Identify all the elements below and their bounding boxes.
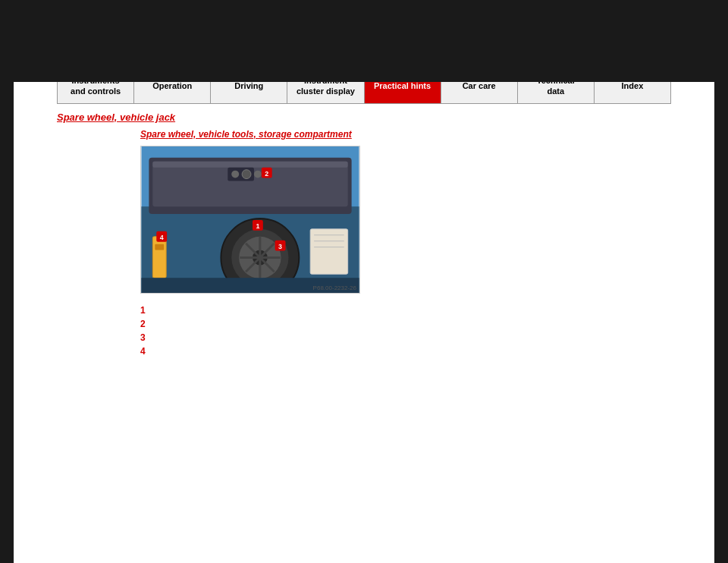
item-number-2: 2 <box>140 319 152 329</box>
svg-rect-22 <box>155 244 164 250</box>
list-item: 4 <box>140 346 671 357</box>
item-number-4: 4 <box>140 346 152 357</box>
page-container: Instruments and controls Operation Drivi… <box>0 68 728 563</box>
navigation-bar: Instruments and controls Operation Drivi… <box>57 68 671 104</box>
nav-item-technical-data[interactable]: Technical data <box>518 69 595 103</box>
svg-point-8 <box>254 170 262 178</box>
nav-item-car-care[interactable]: Car care <box>441 69 518 103</box>
svg-rect-17 <box>310 228 347 273</box>
nav-item-instruments[interactable]: Instruments and controls <box>58 69 134 103</box>
list-item: 2 <box>140 319 671 329</box>
nav-item-instrument-cluster[interactable]: Instrument cluster display <box>287 69 364 103</box>
svg-rect-4 <box>152 161 347 167</box>
content-area: Spare wheel, vehicle jack Spare wheel, v… <box>57 104 671 367</box>
nav-item-operation[interactable]: Operation <box>134 69 211 103</box>
trunk-illustration: 1 2 3 4 <box>141 146 359 293</box>
svg-point-7 <box>242 169 251 178</box>
page-heading: Spare wheel, vehicle jack <box>57 112 671 123</box>
svg-text:2: 2 <box>265 169 268 177</box>
nav-item-practical-hints[interactable]: Practical hints <box>365 69 441 103</box>
sub-heading: Spare wheel, vehicle tools, storage comp… <box>140 129 671 140</box>
nav-item-driving[interactable]: Driving <box>211 69 287 103</box>
svg-point-6 <box>231 170 239 178</box>
list-item: 1 <box>140 305 671 316</box>
svg-text:1: 1 <box>256 222 259 229</box>
svg-text:4: 4 <box>160 233 164 241</box>
image-caption: P68.00-2232-26 <box>313 285 356 291</box>
svg-rect-21 <box>152 236 166 277</box>
nav-item-index[interactable]: Index <box>595 69 670 103</box>
item-number-1: 1 <box>140 305 152 316</box>
item-number-3: 3 <box>140 332 152 343</box>
list-item: 3 <box>140 332 671 343</box>
trunk-image: 1 2 3 4 <box>140 146 360 294</box>
svg-text:3: 3 <box>278 242 282 250</box>
trunk-image-container: 1 2 3 4 P68.00-2232-26 <box>140 146 360 294</box>
item-list: 1 2 3 4 <box>140 305 671 357</box>
